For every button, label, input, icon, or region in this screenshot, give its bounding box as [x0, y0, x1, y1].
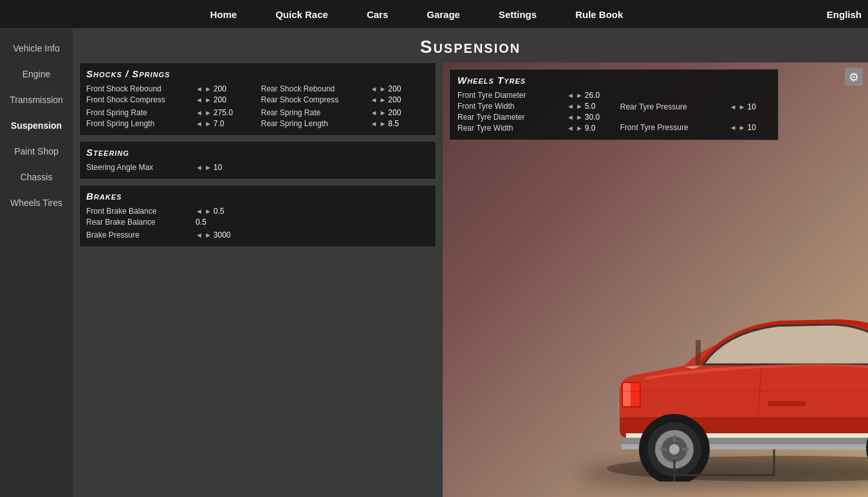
rear-tyre-pressure-left-arrow[interactable]: ◄: [730, 103, 737, 111]
steering-angle-row: Steering Angle Max ◄ ► 10: [86, 163, 429, 172]
settings-gear-icon[interactable]: ⚙: [845, 68, 863, 86]
rear-tyre-pressure-value: 10: [748, 102, 770, 111]
rear-shock-rebound-label: Rear Shock Rebound: [261, 84, 371, 93]
rear-spring-rate-left-arrow[interactable]: ◄: [371, 109, 378, 117]
panels-column: Shocks / Springs Front Shock Rebound ◄ ►…: [73, 62, 443, 497]
sidebar-item-chassis[interactable]: Chassis: [0, 164, 73, 190]
front-spring-rate-row: Front Spring Rate ◄ ► 275.0: [86, 108, 255, 117]
front-spring-rate-left-arrow[interactable]: ◄: [196, 109, 203, 117]
rear-spring-length-control[interactable]: ◄ ► 8.5: [371, 119, 411, 128]
svg-text:⚙: ⚙: [849, 71, 859, 84]
front-tyre-width-left-arrow[interactable]: ◄: [567, 102, 574, 110]
nav-cars[interactable]: Cars: [347, 0, 407, 29]
front-shock-rebound-row: Front Shock Rebound ◄ ► 200: [86, 84, 255, 93]
steering-angle-label: Steering Angle Max: [86, 163, 196, 172]
front-spring-length-right-arrow[interactable]: ►: [205, 120, 212, 127]
rear-spring-length-value: 8.5: [388, 119, 411, 128]
page-title: Suspension: [73, 29, 868, 62]
steering-angle-left-arrow[interactable]: ◄: [196, 164, 203, 171]
brakes-title: Brakes: [86, 191, 429, 202]
rear-tyre-width-right-arrow[interactable]: ►: [576, 124, 583, 132]
rear-spring-rate-value: 200: [388, 108, 411, 117]
rear-brake-balance-label: Rear Brake Balance: [86, 218, 196, 227]
rear-brake-balance-control: 0.5: [196, 218, 218, 227]
main-layout: Vehicle Info Engine Transmission Suspens…: [0, 29, 868, 497]
front-tyre-pressure-control[interactable]: ◄ ► 10: [730, 123, 770, 132]
front-shock-compress-right-arrow[interactable]: ►: [205, 96, 212, 104]
rear-shock-compress-right-arrow[interactable]: ►: [379, 96, 386, 104]
rear-shock-rebound-left-arrow[interactable]: ◄: [371, 85, 378, 93]
rear-shock-rebound-right-arrow[interactable]: ►: [379, 85, 386, 93]
front-tyre-diameter-left-arrow[interactable]: ◄: [567, 91, 574, 99]
front-tyre-width-control[interactable]: ◄ ► 5.0: [567, 102, 607, 111]
front-tyre-pressure-left-arrow[interactable]: ◄: [730, 124, 737, 131]
front-tyre-width-right-arrow[interactable]: ►: [576, 102, 583, 110]
sidebar: Vehicle Info Engine Transmission Suspens…: [0, 29, 73, 497]
rear-tyre-width-row: Rear Tyre Width ◄ ► 9.0: [457, 124, 607, 133]
svg-rect-25: [768, 401, 806, 406]
front-spring-length-control[interactable]: ◄ ► 7.0: [196, 119, 236, 128]
rear-tyre-width-left-arrow[interactable]: ◄: [567, 124, 574, 132]
top-navigation: Home Quick Race Cars Garage Settings Rul…: [0, 0, 868, 29]
sidebar-item-engine[interactable]: Engine: [0, 61, 73, 87]
steering-angle-right-arrow[interactable]: ►: [205, 164, 212, 171]
front-shock-rebound-control[interactable]: ◄ ► 200: [196, 84, 236, 93]
front-spring-rate-control[interactable]: ◄ ► 275.0: [196, 108, 236, 117]
front-shock-compress-left-arrow[interactable]: ◄: [196, 96, 203, 104]
rear-tyre-diameter-row: Rear Tyre Diameter ◄ ► 30.0: [457, 113, 607, 122]
front-brake-balance-left-arrow[interactable]: ◄: [196, 207, 203, 215]
brake-pressure-control[interactable]: ◄ ► 3000: [196, 230, 236, 239]
language-selector[interactable]: English: [827, 9, 862, 20]
front-spring-rate-right-arrow[interactable]: ►: [205, 109, 212, 117]
rear-tyre-width-control[interactable]: ◄ ► 9.0: [567, 124, 607, 133]
steering-title: Steering: [86, 147, 429, 158]
sidebar-item-wheels-tires[interactable]: Wheels Tires: [0, 190, 73, 216]
rear-spring-rate-label: Rear Spring Rate: [261, 108, 371, 117]
nav-rule-book[interactable]: Rule Book: [556, 0, 642, 29]
sidebar-item-vehicle-info[interactable]: Vehicle Info: [0, 35, 73, 61]
brake-pressure-right-arrow[interactable]: ►: [205, 231, 212, 239]
rear-tyre-diameter-left-arrow[interactable]: ◄: [567, 113, 574, 121]
rear-spring-rate-control[interactable]: ◄ ► 200: [371, 108, 411, 117]
content-body: Shocks / Springs Front Shock Rebound ◄ ►…: [73, 62, 868, 497]
sidebar-item-suspension[interactable]: Suspension: [0, 113, 73, 138]
rear-tyre-diameter-right-arrow[interactable]: ►: [576, 113, 583, 121]
front-shock-rebound-right-arrow[interactable]: ►: [205, 85, 212, 93]
wheels-params-left: Front Tyre Diameter ◄ ► 26.0 Front Tyre …: [457, 91, 607, 135]
brake-pressure-label: Brake Pressure: [86, 230, 196, 239]
rear-tyre-pressure-control[interactable]: ◄ ► 10: [730, 102, 770, 111]
nav-settings[interactable]: Settings: [479, 0, 556, 29]
rear-tyre-pressure-right-arrow[interactable]: ►: [739, 103, 746, 111]
rear-shock-compress-control[interactable]: ◄ ► 200: [371, 95, 411, 104]
shocks-springs-panel: Shocks / Springs Front Shock Rebound ◄ ►…: [79, 62, 436, 136]
front-shock-rebound-left-arrow[interactable]: ◄: [196, 85, 203, 93]
front-tyre-diameter-control[interactable]: ◄ ► 26.0: [567, 91, 607, 100]
rear-shock-compress-left-arrow[interactable]: ◄: [371, 96, 378, 104]
front-brake-balance-right-arrow[interactable]: ►: [205, 207, 212, 215]
nav-garage[interactable]: Garage: [407, 0, 479, 29]
sidebar-item-paint-shop[interactable]: Paint Shop: [0, 138, 73, 164]
steering-panel: Steering Steering Angle Max ◄ ► 10: [79, 141, 436, 180]
wheels-params-right: Rear Tyre Pressure ◄ ► 10 Front Tyre Pre…: [620, 91, 770, 135]
rear-tyre-diameter-value: 30.0: [585, 113, 607, 122]
rear-spring-rate-right-arrow[interactable]: ►: [379, 109, 386, 117]
front-brake-balance-control[interactable]: ◄ ► 0.5: [196, 207, 236, 216]
wheels-tyres-title: Wheels Tyres: [457, 75, 770, 86]
rear-spring-length-left-arrow[interactable]: ◄: [371, 120, 378, 127]
nav-quick-race[interactable]: Quick Race: [256, 0, 347, 29]
front-shock-compress-control[interactable]: ◄ ► 200: [196, 95, 236, 104]
brake-pressure-left-arrow[interactable]: ◄: [196, 231, 203, 239]
rear-tyre-diameter-control[interactable]: ◄ ► 30.0: [567, 113, 607, 122]
rear-shock-rebound-control[interactable]: ◄ ► 200: [371, 84, 411, 93]
nav-home[interactable]: Home: [190, 0, 256, 29]
rear-spring-length-right-arrow[interactable]: ►: [379, 120, 386, 127]
front-tyre-diameter-value: 26.0: [585, 91, 607, 100]
front-spring-length-left-arrow[interactable]: ◄: [196, 120, 203, 127]
front-tyre-diameter-right-arrow[interactable]: ►: [576, 91, 583, 99]
front-tyre-pressure-right-arrow[interactable]: ►: [739, 124, 746, 131]
rear-spring-rate-row: Rear Spring Rate ◄ ► 200: [261, 108, 430, 117]
front-tyre-diameter-row: Front Tyre Diameter ◄ ► 26.0: [457, 91, 607, 100]
sidebar-item-transmission[interactable]: Transmission: [0, 87, 73, 113]
front-tyre-width-label: Front Tyre Width: [457, 102, 567, 111]
steering-angle-control[interactable]: ◄ ► 10: [196, 163, 236, 172]
